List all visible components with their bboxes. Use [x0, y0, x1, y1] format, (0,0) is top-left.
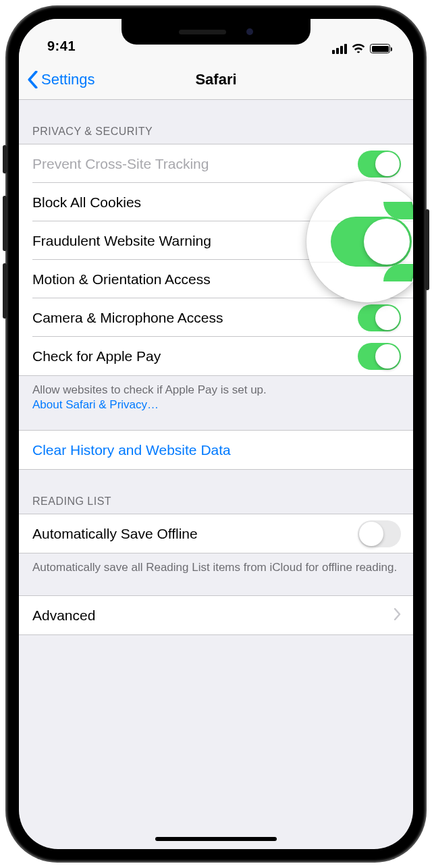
toggle-camera-microphone-access[interactable]: [358, 304, 401, 331]
advanced-group: Advanced: [19, 595, 413, 635]
clear-history-button[interactable]: Clear History and Website Data: [19, 431, 413, 469]
back-label: Settings: [41, 71, 95, 88]
cellular-signal-icon: [332, 44, 347, 54]
advanced-row[interactable]: Advanced: [19, 596, 413, 634]
row-label: Prevent Cross-Site Tracking: [32, 156, 209, 172]
wifi-icon: [352, 43, 365, 54]
toggle-check-for-apple-pay[interactable]: [358, 343, 401, 370]
chevron-left-icon: [27, 71, 38, 88]
row-check-for-apple-pay: Check for Apple Pay: [19, 337, 413, 375]
page-title: Safari: [195, 71, 236, 88]
row-label: Advanced: [32, 607, 95, 624]
row-prevent-cross-site-tracking: Prevent Cross-Site Tracking: [19, 144, 413, 183]
navigation-bar: Settings Safari: [19, 59, 413, 100]
about-safari-privacy-link[interactable]: About Safari & Privacy…: [32, 398, 159, 411]
footer-text: Allow websites to check if Apple Pay is …: [32, 383, 267, 396]
magnified-toggle-on-icon: [331, 217, 412, 267]
privacy-footer: Allow websites to check if Apple Pay is …: [19, 376, 413, 421]
reading-list-group: Automatically Save Offline: [19, 514, 413, 553]
row-label: Fraudulent Website Warning: [32, 233, 211, 249]
row-label: Check for Apple Pay: [32, 348, 161, 364]
home-indicator[interactable]: [155, 837, 277, 841]
toggle-auto-save-offline[interactable]: [358, 520, 401, 547]
clear-history-group: Clear History and Website Data: [19, 430, 413, 470]
battery-icon: [370, 44, 390, 53]
row-label: Motion & Orientation Access: [32, 271, 211, 288]
status-time: 9:41: [47, 38, 76, 54]
row-label: Camera & Microphone Access: [32, 310, 223, 326]
reading-list-footer: Automatically save all Reading List item…: [19, 553, 413, 583]
row-camera-microphone-access: Camera & Microphone Access: [19, 298, 413, 337]
section-header-privacy: PRIVACY & SECURITY: [19, 100, 413, 144]
row-label: Automatically Save Offline: [32, 526, 198, 542]
action-label: Clear History and Website Data: [32, 442, 231, 458]
toggle-prevent-cross-site-tracking[interactable]: [358, 151, 401, 178]
back-button[interactable]: Settings: [27, 71, 95, 88]
section-header-reading-list: READING LIST: [19, 470, 413, 514]
chevron-right-icon: [394, 607, 401, 624]
row-auto-save-offline: Automatically Save Offline: [19, 514, 413, 553]
row-label: Block All Cookies: [32, 194, 141, 211]
